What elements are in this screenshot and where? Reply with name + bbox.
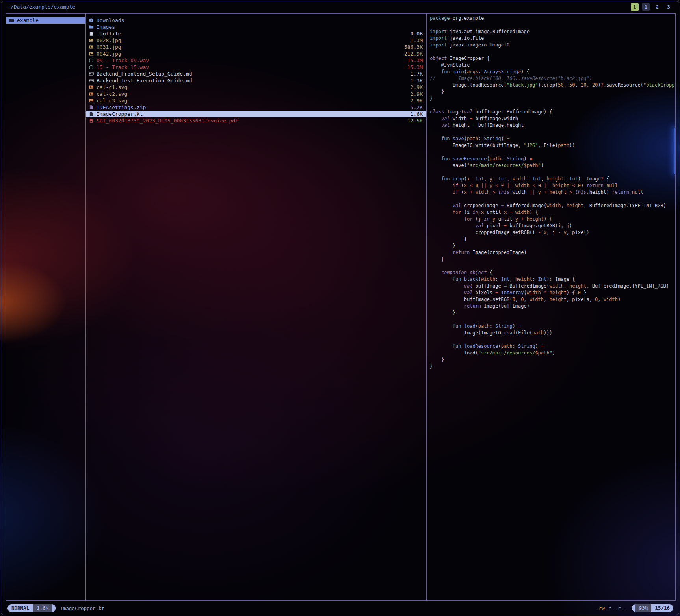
file-name: 15 - Track 15.wav — [97, 64, 405, 71]
code-line: companion object { — [430, 269, 675, 276]
file-name: Backend_Test_Execution_Guide.md — [97, 77, 408, 84]
code-line: if (x + width > this.width || y + height… — [430, 189, 675, 196]
code-line: } — [430, 356, 675, 363]
file-name: 0031.jpg — [97, 44, 401, 50]
pill-start-cap — [632, 604, 635, 612]
tab-4[interactable]: 3 — [665, 3, 673, 11]
archive-icon — [89, 105, 94, 110]
code-line: ImageIO.write(buffImage, "JPG", File(pat… — [430, 142, 675, 149]
file-name: cal-c1.svg — [97, 84, 408, 91]
file-size: 1.7K — [411, 71, 423, 77]
file-name: cal-c2.svg — [97, 91, 408, 97]
image-icon — [89, 45, 94, 50]
code-line: val width = buffImage.width — [430, 115, 675, 122]
file-size: 2.9K — [411, 97, 423, 104]
file-row[interactable]: 0031.jpg586.3K — [86, 44, 426, 50]
sidebar-list: example — [6, 14, 85, 24]
file-size: 0.0B — [411, 30, 423, 37]
code-line: fun main(args: Array<String>) { — [430, 69, 675, 75]
file-size-badge: 1.6K — [33, 604, 52, 612]
file-row[interactable]: Backend_Test_Execution_Guide.md1.3K — [86, 77, 426, 84]
code-line — [430, 263, 675, 269]
code-line: import java.awt.image.BufferedImage — [430, 28, 675, 35]
code-line: } — [430, 243, 675, 249]
code-content: package org.example import java.awt.imag… — [427, 14, 675, 370]
file-size: 1.3K — [411, 77, 423, 84]
tab-3[interactable]: 2 — [653, 3, 661, 11]
tab-2-active[interactable]: 1 — [642, 3, 650, 11]
file-icon — [89, 111, 94, 117]
code-line — [430, 169, 675, 176]
code-line: load("src/main/resources/$path") — [430, 350, 675, 356]
file-list-pane: DownloadsImages.dotfile0.0B0028.jpg1.3M0… — [86, 14, 427, 600]
file-name: Backend_Frontend_Setup_Guide.md — [97, 71, 408, 77]
file-name: .dotfile — [97, 30, 408, 37]
markdown-icon — [89, 78, 94, 83]
code-line: fun crop(x: Int, y: Int, width: Int, hei… — [430, 176, 675, 182]
code-line — [430, 22, 675, 28]
file-row[interactable]: ImageCropper.kt1.6K — [86, 111, 426, 117]
file-row[interactable]: cal-c1.svg2.9K — [86, 84, 426, 91]
preview-scrollbar[interactable] — [674, 128, 675, 174]
pill-end-cap — [52, 604, 56, 612]
file-row[interactable]: cal-c2.svg2.9K — [86, 91, 426, 97]
image-icon — [89, 51, 94, 56]
file-row[interactable]: Backend_Frontend_Setup_Guide.md1.7K — [86, 71, 426, 77]
file-row[interactable]: 0028.jpg1.3M — [86, 37, 426, 44]
folder-icon — [9, 18, 14, 23]
preview-pane: package org.example import java.awt.imag… — [427, 14, 675, 600]
code-line: fun save(path: String) = — [430, 135, 675, 142]
file-row[interactable]: 0042.jpg212.9K — [86, 50, 426, 57]
image-icon — [89, 91, 94, 96]
image-icon — [89, 38, 94, 43]
code-line: Image.loadResource("black.jpg").crop(50,… — [430, 82, 675, 89]
code-line: // Image.black(100, 100).saveResource("b… — [430, 75, 675, 82]
code-line: buffImage.setRGB(0, 0, width, height, pi… — [430, 296, 675, 303]
image-icon — [89, 98, 94, 103]
markdown-icon — [89, 71, 94, 76]
file-row[interactable]: cal-c3.svg2.9K — [86, 97, 426, 104]
file-list: DownloadsImages.dotfile0.0B0028.jpg1.3M0… — [86, 14, 426, 124]
status-right: -rw-r--r-- 93% 15/16 — [595, 604, 673, 612]
file-size: 15.3M — [407, 64, 423, 71]
audio-icon — [89, 65, 94, 70]
code-line: import javax.imageio.ImageIO — [430, 42, 675, 48]
parent-pane: example — [6, 14, 86, 600]
code-line: } — [430, 256, 675, 263]
code-line: fun loadResource(path: String) = — [430, 343, 675, 350]
mode-badge: NORMAL — [7, 604, 33, 612]
code-line: import java.io.File — [430, 35, 675, 42]
code-line: } — [430, 363, 675, 370]
file-size: 15.3M — [407, 57, 423, 64]
file-name: Images — [97, 24, 423, 30]
file-row[interactable]: Downloads — [86, 17, 426, 24]
code-line — [430, 129, 675, 135]
code-line: class Image(val buffImage: BufferedImage… — [430, 109, 675, 115]
status-bar: NORMAL 1.6K ImageCropper.kt -rw-r--r-- 9… — [7, 604, 673, 612]
file-row[interactable]: 09 - Track 09.wav15.3M — [86, 57, 426, 64]
sidebar-row[interactable]: example — [6, 17, 85, 24]
code-line: fun saveResource(path: String) = — [430, 156, 675, 162]
download-icon — [89, 18, 94, 23]
code-line — [430, 102, 675, 109]
code-line: } — [430, 236, 675, 243]
code-line: val pixels = IntArray(width * height) { … — [430, 289, 675, 296]
code-line: return Image(buffImage) — [430, 303, 675, 310]
file-name: IDEAsettings.zip — [97, 104, 408, 111]
file-row[interactable]: IDEAsettings.zip5.2K — [86, 104, 426, 111]
file-row[interactable]: Images — [86, 24, 426, 30]
file-name: 0042.jpg — [97, 50, 401, 57]
code-line — [430, 316, 675, 323]
tab-1-green[interactable]: 1 — [631, 3, 639, 11]
code-line: Image(ImageIO.read(File(path))) — [430, 330, 675, 336]
file-row[interactable]: SBI_0032013739_2023_DE05_0003155631Invoi… — [86, 117, 426, 124]
code-line — [430, 336, 675, 343]
file-size: 1.3M — [411, 37, 423, 44]
code-line: save("src/main/resources/$path") — [430, 162, 675, 169]
code-line — [430, 149, 675, 156]
file-row[interactable]: 15 - Track 15.wav15.3M — [86, 64, 426, 71]
tab-list: 1123 — [631, 3, 673, 11]
code-line: for (i in x until x + width) { — [430, 209, 675, 216]
terminal-window: ~/Data/example/example 1123 example Down… — [1, 1, 679, 615]
file-row[interactable]: .dotfile0.0B — [86, 30, 426, 37]
